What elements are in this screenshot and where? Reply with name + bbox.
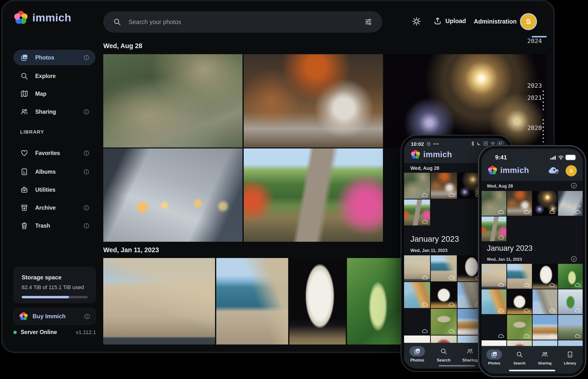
info-icon[interactable] <box>83 109 90 115</box>
administration-link[interactable]: Administration <box>474 18 517 25</box>
photo-lizard2[interactable] <box>431 309 457 335</box>
photo-wall[interactable] <box>533 289 557 314</box>
photo-garden[interactable] <box>244 148 383 242</box>
people-icon <box>541 351 548 358</box>
sidebar-item-photos[interactable]: Photos <box>13 50 95 65</box>
search-input[interactable]: Search your photos <box>128 18 357 26</box>
scrubber-year[interactable]: 2024 <box>527 37 542 45</box>
iphone-header-bg <box>482 149 583 181</box>
buy-immich-button[interactable]: Buy Immich <box>13 308 96 325</box>
photo-fireworks[interactable] <box>533 191 557 216</box>
info-icon[interactable] <box>84 313 90 320</box>
nav-item-search[interactable]: Search <box>436 343 451 363</box>
photo-castle[interactable] <box>404 255 430 281</box>
sidebar-item-utilities[interactable]: Utilities <box>13 182 95 198</box>
cloud-backup-check-icon[interactable] <box>548 166 560 176</box>
photo-lizard2[interactable] <box>507 315 532 340</box>
sidebar-item-explore[interactable]: Explore <box>13 68 95 84</box>
photo-coast[interactable] <box>216 258 288 345</box>
photo-hands[interactable] <box>103 148 242 242</box>
photo-coast[interactable] <box>507 264 532 289</box>
toolbox-icon <box>20 186 29 194</box>
photo-house[interactable] <box>558 315 583 340</box>
phone-date-header: Wed, Jan 11, 2023 <box>410 248 447 253</box>
upload-button[interactable]: Upload <box>433 16 466 25</box>
nav-item-sharing[interactable]: Sharing <box>537 346 553 365</box>
photos-icon <box>20 53 29 62</box>
photo-sculpt2[interactable] <box>507 289 532 314</box>
photo-garden[interactable] <box>482 217 506 241</box>
sidebar-item-albums[interactable]: Albums <box>13 164 95 180</box>
search-filter-icon[interactable] <box>364 18 372 26</box>
photo-castle[interactable] <box>482 264 506 289</box>
photo-dinner[interactable] <box>507 191 532 216</box>
sidebar-item-favorites[interactable]: Favorites <box>13 145 95 161</box>
photo-berries[interactable] <box>347 258 402 345</box>
info-icon[interactable] <box>83 54 90 61</box>
nav-item-photos[interactable]: Photos <box>486 346 502 365</box>
nav-item-photos[interactable]: Photos <box>409 343 425 363</box>
sidebar-item-label: Map <box>35 91 47 97</box>
sidebar-item-map[interactable]: Map <box>13 86 95 102</box>
photo-beach[interactable] <box>482 289 506 314</box>
app-logo[interactable]: immich <box>13 10 71 25</box>
photo-monkeys[interactable] <box>404 173 430 199</box>
home-indicator[interactable] <box>509 370 555 371</box>
scrubber-year[interactable]: 2021 <box>527 94 542 101</box>
user-avatar[interactable]: S <box>520 13 537 30</box>
battery-icon: 97 <box>497 142 504 146</box>
photo-xmas[interactable] <box>558 289 583 314</box>
search-bar[interactable]: Search your photos <box>103 11 382 32</box>
info-icon[interactable] <box>83 150 90 157</box>
immich-logo-icon <box>19 312 28 321</box>
sim-x-icon <box>483 142 488 146</box>
sidebar-item-archive[interactable]: Archive <box>13 200 95 216</box>
avatar-initial: S <box>570 168 573 174</box>
scrubber-year[interactable]: 2020 <box>527 124 542 131</box>
magnifier-icon <box>516 351 523 358</box>
photo-dinner[interactable] <box>244 54 383 147</box>
photo-hands[interactable] <box>558 191 583 216</box>
search-icon <box>113 18 121 26</box>
album-icon <box>20 168 29 176</box>
photo-dinner[interactable] <box>431 173 457 199</box>
photo-lizard1[interactable] <box>404 309 430 335</box>
user-avatar[interactable]: S <box>566 165 577 176</box>
administration-label: Administration <box>474 18 517 25</box>
photo-monkeys[interactable] <box>103 54 242 147</box>
sidebar-item-label: Sharing <box>35 109 56 115</box>
check-circle-icon[interactable] <box>571 182 577 190</box>
server-version: v1.112.1 <box>76 329 96 335</box>
photo-sculpt2[interactable] <box>431 282 457 308</box>
sidebar-item-label: Trash <box>35 222 50 229</box>
scrubber-year[interactable]: 2023 <box>527 82 542 89</box>
sidebar-item-label: Archive <box>35 205 56 211</box>
photo-beach[interactable] <box>404 282 430 308</box>
photo-garden[interactable] <box>404 199 430 225</box>
photo-coast[interactable] <box>431 255 457 281</box>
sidebar-item-sharing[interactable]: Sharing <box>13 104 95 120</box>
photo-castle[interactable] <box>103 258 215 345</box>
photo-village[interactable] <box>533 315 557 340</box>
heart-icon <box>20 149 29 157</box>
wifi-icon <box>490 142 495 146</box>
photo-lizard1[interactable] <box>482 315 506 340</box>
library-section-label: LIBRARY <box>20 129 44 135</box>
sidebar-item-trash[interactable]: Trash <box>13 218 95 234</box>
photo-fireworks[interactable] <box>384 54 546 147</box>
info-icon[interactable] <box>83 169 90 175</box>
sidebar-item-label: Albums <box>35 169 56 175</box>
info-icon[interactable] <box>83 205 90 211</box>
photo-bust[interactable] <box>533 264 557 289</box>
nav-item-library[interactable]: Library <box>562 346 578 365</box>
home-indicator[interactable] <box>439 365 475 366</box>
server-status-label: Server Online <box>21 329 57 335</box>
info-icon[interactable] <box>83 222 90 229</box>
photo-berries[interactable] <box>558 264 583 289</box>
photo-monkeys[interactable] <box>482 191 506 216</box>
nav-item-search[interactable]: Search <box>512 346 527 365</box>
nav-item-sharing[interactable]: Sharing <box>462 343 478 363</box>
theme-toggle-button[interactable] <box>412 16 421 27</box>
photo-bust[interactable] <box>289 258 346 345</box>
check-circle-icon[interactable] <box>571 256 577 263</box>
